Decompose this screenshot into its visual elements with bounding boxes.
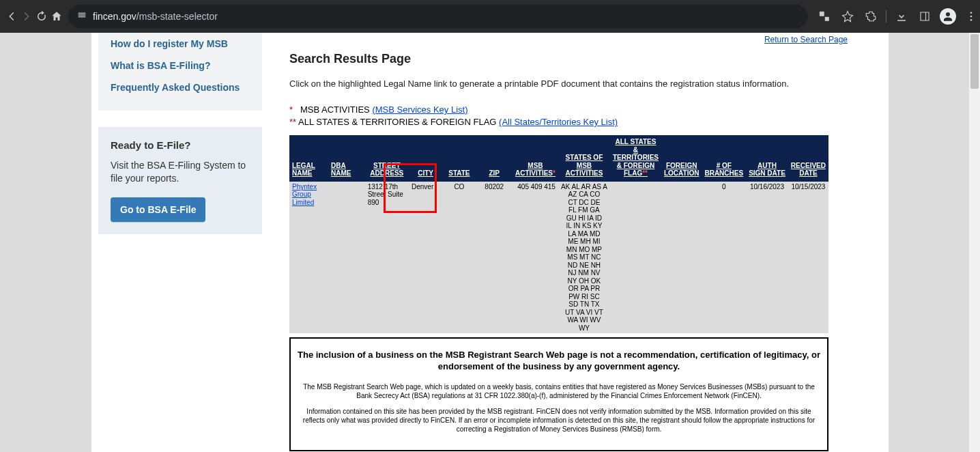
- kebab-menu-icon[interactable]: [960, 5, 980, 27]
- col-all-states-flag[interactable]: ALL STATES & TERRITORIES & FOREIGN FLAG*…: [610, 135, 661, 182]
- cell-foreign: [661, 182, 702, 334]
- panel-icon[interactable]: [914, 5, 936, 27]
- profile-avatar[interactable]: [937, 5, 959, 27]
- main: Return to Search Page Search Results Pag…: [262, 33, 889, 451]
- cell-msb-activities: 405 409 415: [513, 182, 558, 334]
- svg-point-2: [970, 16, 972, 18]
- cell-all-states-flag: [610, 182, 661, 334]
- cell-zip: 80202: [476, 182, 513, 334]
- legend-states-label: ALL STATES & TERRITORIES & FOREIGN FLAG: [298, 117, 499, 127]
- page-content: How do I register My MSB What is BSA E-F…: [91, 33, 889, 452]
- go-to-bsa-efile-button[interactable]: Go to BSA E-File: [111, 197, 205, 222]
- table-row: Phyntex Group Limited 1312 17th Street S…: [289, 182, 828, 334]
- top-right-link-area: Return to Search Page: [764, 33, 848, 45]
- legend-star1: *: [289, 104, 293, 115]
- msb-services-key-list-link[interactable]: (MSB Services Key List): [372, 104, 467, 115]
- efile-description: Visit the BSA E-Filing System to file yo…: [111, 159, 250, 185]
- col-dba-name[interactable]: DBA NAME: [328, 135, 365, 182]
- cell-recv-date: 10/15/2023: [788, 182, 828, 334]
- back-button[interactable]: [5, 5, 18, 27]
- cell-state: CO: [442, 182, 476, 334]
- all-states-key-list-link[interactable]: (All States/Territories Key List): [499, 117, 618, 127]
- col-city[interactable]: CITY: [409, 135, 442, 182]
- col-states-of-msb[interactable]: STATES OF MSB ACTIVITIES: [558, 135, 610, 182]
- vertical-scrollbar[interactable]: [969, 33, 980, 452]
- legend-msb-activities-label: MSB ACTIVITIES: [300, 104, 372, 115]
- cell-branches: 0: [702, 182, 746, 334]
- col-legal-name[interactable]: LEGAL NAME: [289, 135, 328, 182]
- reload-button[interactable]: [35, 5, 48, 27]
- efile-heading: Ready to E-File?: [111, 139, 250, 151]
- sidebar-efile-card: Ready to E-File? Visit the BSA E-Filing …: [98, 127, 262, 234]
- url-path: /msb-state-selector: [136, 11, 218, 22]
- url-text: fincen.gov/msb-state-selector: [93, 11, 218, 22]
- legal-name-link[interactable]: Phyntex Group Limited: [292, 183, 317, 206]
- disclaimer-p2: Information contained on this site has b…: [298, 407, 820, 434]
- cell-dba: [328, 182, 365, 334]
- sidebar-item-register-msb[interactable]: How do I register My MSB: [111, 33, 250, 55]
- disclaimer-p1: The MSB Registrant Search Web page, whic…: [298, 382, 820, 400]
- svg-point-3: [970, 19, 972, 21]
- home-button[interactable]: [51, 5, 63, 27]
- forward-button[interactable]: [20, 5, 33, 27]
- col-msb-activities[interactable]: MSB ACTIVITIES*: [513, 135, 558, 182]
- cell-city: Denver: [409, 182, 442, 334]
- table-header-row: LEGAL NAME DBA NAME STREET ADDRESS CITY …: [289, 135, 828, 182]
- page-lead: Click on the highlighted Legal Name link…: [289, 79, 861, 89]
- svg-text:文: 文: [821, 12, 824, 16]
- col-num-branches[interactable]: # OF BRANCHES: [702, 135, 746, 182]
- scroll-thumb[interactable]: [970, 34, 979, 89]
- svg-point-1: [970, 12, 972, 14]
- url-host: fincen.gov: [93, 11, 136, 22]
- download-icon[interactable]: [891, 5, 912, 27]
- bookmark-star-icon[interactable]: [837, 5, 859, 27]
- sidebar: How do I register My MSB What is BSA E-F…: [91, 33, 262, 451]
- sidebar-item-bsa-efiling[interactable]: What is BSA E-Filing?: [111, 55, 250, 76]
- col-received-date[interactable]: RECEIVED DATE: [788, 135, 828, 182]
- browser-toolbar: fincen.gov/msb-state-selector 文: [0, 0, 980, 33]
- address-bar[interactable]: fincen.gov/msb-state-selector: [68, 5, 808, 28]
- col-zip[interactable]: ZIP: [476, 135, 513, 182]
- col-street-address[interactable]: STREET ADDRESS: [365, 135, 409, 182]
- page-title: Search Results Page: [289, 52, 861, 66]
- cell-address: 1312 17th Street Suite 890: [365, 182, 409, 334]
- col-auth-sign-date[interactable]: AUTH SIGN DATE: [746, 135, 788, 182]
- legend: * MSB ACTIVITIES (MSB Services Key List)…: [289, 104, 861, 128]
- results-table: LEGAL NAME DBA NAME STREET ADDRESS CITY …: [289, 135, 828, 333]
- return-to-search-link[interactable]: Return to Search Page: [764, 35, 848, 44]
- col-foreign-location[interactable]: FOREIGN LOCATION: [661, 135, 702, 182]
- sidebar-nav-card: How do I register My MSB What is BSA E-F…: [98, 33, 262, 111]
- sidebar-item-faq[interactable]: Frequently Asked Questions: [111, 76, 250, 98]
- translate-icon[interactable]: 文: [813, 5, 835, 27]
- cell-auth-date: 10/16/2023: [746, 182, 788, 334]
- extensions-icon[interactable]: [860, 5, 882, 27]
- cell-states: AK AL AR AS A AZ CA CO CT DC DE FL FM GA…: [558, 182, 610, 334]
- col-state[interactable]: STATE: [442, 135, 476, 182]
- site-settings-icon[interactable]: [76, 10, 87, 23]
- disclaimer-box: The inclusion of a business on the MSB R…: [289, 337, 828, 451]
- disclaimer-heading: The inclusion of a business on the MSB R…: [298, 350, 820, 373]
- legend-star2: **: [289, 117, 296, 127]
